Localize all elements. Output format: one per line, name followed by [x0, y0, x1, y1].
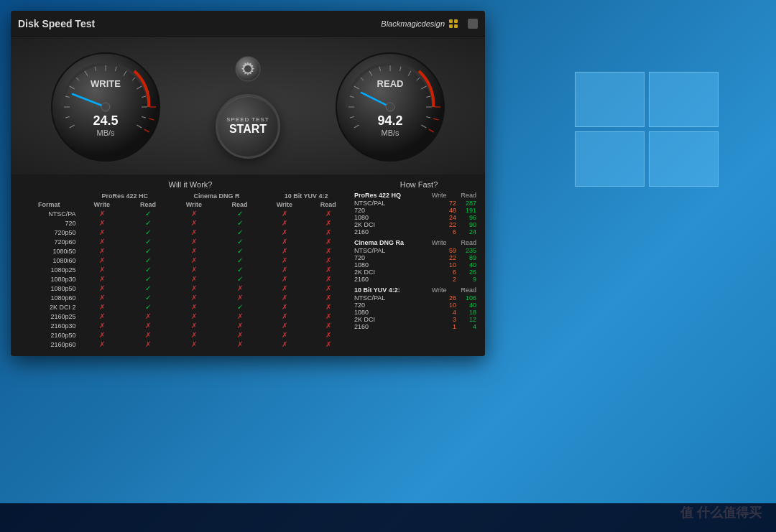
check-cell: ✗ [171, 340, 217, 349]
cinema-write-header: Write [171, 200, 217, 209]
check-cell: ✓ [125, 209, 171, 218]
right-row-write: 6 [436, 228, 456, 235]
check-cell: ✗ [79, 218, 126, 228]
results-content: ProRes 422 HC Cinema DNG R 10 Bit YUV 4:… [19, 192, 476, 349]
start-button[interactable]: SPEED TEST START [216, 94, 280, 159]
cinema-read-header: Read [217, 200, 262, 209]
check-cell: ✗ [262, 246, 306, 256]
check-cell: ✗ [125, 321, 171, 330]
write-col-label: Write [432, 286, 447, 294]
svg-point-27 [244, 65, 251, 73]
right-row-write: 3 [436, 316, 456, 323]
right-data-row: NTSC/PAL59235 [354, 247, 476, 254]
right-section-title: Cinema DNG Ra [354, 239, 404, 246]
check-cell: ✗ [79, 293, 126, 302]
write-gauge: WRITE 24.5 MB/s [48, 50, 163, 164]
right-row-label: 1080 [354, 261, 436, 269]
right-row-write: 22 [436, 221, 456, 228]
check-cell: ✗ [171, 330, 217, 340]
right-data-row: 2K DCI2290 [354, 221, 476, 228]
right-row-read: 287 [456, 200, 476, 207]
format-label: 1080i60 [19, 256, 79, 265]
check-cell: ✓ [125, 293, 171, 302]
brand-dots [449, 19, 458, 28]
window-title: Disk Speed Test [18, 18, 95, 29]
check-cell: ✗ [171, 321, 217, 330]
start-label-top: SPEED TEST [226, 116, 269, 123]
close-button[interactable] [468, 19, 478, 29]
check-cell: ✗ [171, 246, 217, 256]
check-cell: ✗ [79, 321, 126, 330]
right-row-label: 2160 [354, 323, 436, 330]
svg-text:94.2: 94.2 [378, 113, 403, 128]
right-row-read: 12 [456, 316, 476, 323]
win-logo-pane-tl [575, 72, 645, 127]
write-col-label: Write [432, 239, 447, 246]
read-col-label: Read [461, 192, 476, 199]
right-data-row: 10801040 [354, 261, 476, 269]
check-cell: ✗ [262, 321, 306, 330]
settings-icon[interactable] [235, 56, 261, 87]
check-cell: ✗ [79, 237, 126, 246]
check-cell: ✗ [306, 321, 350, 330]
check-cell: ✗ [171, 302, 217, 312]
check-cell: ✗ [306, 237, 350, 246]
check-cell: ✗ [79, 330, 126, 340]
check-cell: ✗ [306, 256, 350, 265]
right-row-read: 191 [456, 207, 476, 214]
right-row-read: 40 [456, 261, 476, 269]
right-section: ProRes 422 HQWriteReadNTSC/PAL7228772048… [354, 192, 476, 235]
right-row-read: 9 [456, 276, 476, 283]
right-row-read: 4 [456, 323, 476, 330]
right-row-write: 26 [436, 294, 456, 302]
check-cell: ✗ [306, 340, 350, 349]
format-label: 1080p25 [19, 265, 79, 274]
check-cell: ✗ [171, 293, 217, 302]
check-cell: ✗ [306, 246, 350, 256]
right-section-title: 10 Bit YUV 4:2: [354, 286, 400, 294]
right-row-write: 22 [436, 254, 456, 261]
right-row-write: 6 [436, 269, 456, 276]
win-logo-pane-bl [575, 131, 645, 187]
right-data-row: 7202289 [354, 254, 476, 261]
right-row-label: 2K DCI [354, 269, 436, 276]
format-label: 2K DCI 2 [19, 302, 79, 312]
right-row-label: 2160 [354, 228, 436, 235]
read-gauge-container: READ 94.2 MB/s [333, 50, 448, 164]
check-cell: ✗ [262, 312, 306, 321]
left-results-table: ProRes 422 HC Cinema DNG R 10 Bit YUV 4:… [19, 192, 350, 349]
right-row-write: 48 [436, 207, 456, 214]
check-cell: ✗ [171, 274, 217, 284]
check-cell: ✗ [217, 330, 262, 340]
check-cell: ✗ [79, 209, 126, 218]
check-cell: ✗ [262, 330, 306, 340]
right-row-read: 18 [456, 309, 476, 316]
check-cell: ✗ [125, 312, 171, 321]
check-cell: ✗ [262, 228, 306, 237]
right-data-row: NTSC/PAL72287 [354, 200, 476, 207]
check-cell: ✗ [262, 293, 306, 302]
check-cell: ✗ [79, 256, 126, 265]
check-cell: ✗ [306, 302, 350, 312]
format-label: 1080i50 [19, 246, 79, 256]
check-cell: ✗ [171, 218, 217, 228]
right-row-read: 24 [456, 228, 476, 235]
right-row-read: 40 [456, 302, 476, 309]
right-section-header: Cinema DNG RaWriteRead [354, 239, 476, 246]
read-gauge: READ 94.2 MB/s [333, 50, 448, 164]
right-row-write: 4 [436, 309, 456, 316]
results-header-row: Will it Work? How Fast? [19, 180, 476, 189]
prores-read-header: Read [125, 200, 171, 209]
check-cell: ✗ [79, 228, 126, 237]
right-row-read: 106 [456, 294, 476, 302]
check-cell: ✗ [125, 330, 171, 340]
check-cell: ✓ [217, 228, 262, 237]
read-col-label: Read [461, 286, 476, 294]
check-cell: ✗ [217, 293, 262, 302]
dot-3 [449, 24, 453, 28]
check-cell: ✗ [306, 209, 350, 218]
check-cell: ✗ [79, 302, 126, 312]
right-data-row: 216014 [354, 323, 476, 330]
check-cell: ✓ [217, 209, 262, 218]
right-row-label: 720 [354, 302, 436, 309]
